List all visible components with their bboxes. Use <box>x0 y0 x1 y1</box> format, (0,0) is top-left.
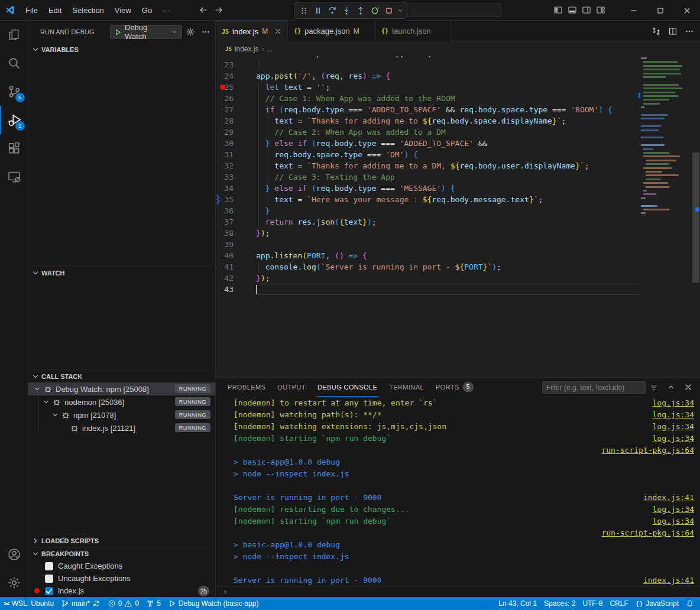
split-editor-icon[interactable] <box>668 27 678 36</box>
call-stack-row[interactable]: nodemon [25036]RUNNING <box>28 395 215 408</box>
call-stack-row[interactable]: npm [21078]RUNNING <box>28 408 215 421</box>
code-line-35[interactable]: 35 text = `Here was your message : ${req… <box>216 194 639 205</box>
breakpoint-row[interactable]: index.js25 <box>28 585 215 597</box>
menu-file[interactable]: File <box>20 4 43 17</box>
eol-item[interactable]: CRLF <box>606 597 631 610</box>
code-line-25[interactable]: 25 let text = ''; <box>216 82 639 93</box>
source-link[interactable]: log.js:34 <box>653 397 694 409</box>
code-line-34[interactable]: 34 } else if (req.body.type === 'MESSAGE… <box>216 183 639 194</box>
source-link[interactable]: index.js:41 <box>643 575 694 586</box>
remote-indicator[interactable]: >< WSL: Ubuntu <box>0 597 57 610</box>
explorer-icon[interactable] <box>0 21 28 49</box>
code-line-36[interactable]: 36 } <box>216 205 639 216</box>
source-link[interactable]: log.js:34 <box>653 409 694 421</box>
console-filter-input[interactable] <box>542 381 646 394</box>
code-line-39[interactable]: 39 <box>216 239 639 250</box>
call-stack-section-header[interactable]: CALL STACK <box>28 369 215 382</box>
debug-console-output[interactable]: [nodemon] to restart at any time, enter … <box>216 397 700 586</box>
panel-tab-terminal[interactable]: TERMINAL <box>388 378 425 397</box>
code-line-30[interactable]: 30 } else if (req.body.type === 'ADDED_T… <box>216 138 639 149</box>
encoding-item[interactable]: UTF-8 <box>579 597 606 610</box>
call-stack-row[interactable]: index.js [21121]RUNNING <box>28 421 215 434</box>
panel-tab-problems[interactable]: PROBLEMS <box>226 378 267 397</box>
stop-icon[interactable] <box>383 4 396 17</box>
settings-gear-icon[interactable] <box>0 569 28 597</box>
customize-layout-icon[interactable] <box>596 5 605 15</box>
code-line-41[interactable]: 41 console.log(`Server is running in por… <box>216 261 639 272</box>
chevron-down-icon[interactable] <box>51 410 59 420</box>
breakpoints-section-header[interactable]: BREAKPOINTS <box>28 547 215 560</box>
step-over-icon[interactable] <box>326 4 339 17</box>
code-line-27[interactable]: 27 if (req.body.type === 'ADDED_TO_SPACE… <box>216 104 639 115</box>
menu-selection[interactable]: Selection <box>67 4 109 17</box>
tab-index.js[interactable]: JSindex.jsM <box>216 21 288 41</box>
tab-package.json[interactable]: {}package.jsonM <box>288 21 375 41</box>
code-line-37[interactable]: 37 return res.json({text}); <box>216 216 639 228</box>
menu-edit[interactable]: Edit <box>43 4 67 17</box>
code-line-23[interactable]: 23 <box>216 59 639 70</box>
restart-icon[interactable] <box>368 4 381 17</box>
maximize-panel-icon[interactable] <box>666 382 676 392</box>
breakpoint-row[interactable]: Caught Exceptions <box>28 560 215 572</box>
menu-more[interactable]: ··· <box>157 4 176 17</box>
code-line-26[interactable]: 26 // Case 1: When App was added to the … <box>216 93 639 104</box>
search-icon[interactable] <box>0 49 28 77</box>
code-line-38[interactable]: 38}); <box>216 228 639 239</box>
account-icon[interactable] <box>0 540 28 569</box>
step-out-icon[interactable] <box>354 4 367 17</box>
breakpoint-row[interactable]: Uncaught Exceptions <box>28 572 215 585</box>
problems-item[interactable]: 0 0 <box>104 597 142 610</box>
notifications-bell-item[interactable] <box>682 597 698 610</box>
code-line-42[interactable]: 42}); <box>216 272 639 284</box>
source-link[interactable]: log.js:34 <box>653 504 694 515</box>
variables-section-header[interactable]: VARIABLES <box>28 43 215 56</box>
panel-tab-output[interactable]: OUTPUT <box>276 378 307 397</box>
watch-section-header[interactable]: WATCH <box>28 266 215 279</box>
code-line-29[interactable]: 29 // Case 2: When App was added to a DM <box>216 126 639 138</box>
pause-icon[interactable] <box>312 4 325 17</box>
code-line-43[interactable]: 43 <box>216 284 639 295</box>
menu-go[interactable]: Go <box>137 4 157 17</box>
remote-explorer-icon[interactable] <box>0 163 28 191</box>
step-into-icon[interactable] <box>340 4 353 17</box>
nav-back-icon[interactable] <box>199 5 208 15</box>
breakpoint-checkbox[interactable] <box>45 587 53 595</box>
sidebar-more-icon[interactable] <box>201 27 210 37</box>
source-link[interactable]: log.js:34 <box>653 421 694 433</box>
code-line-32[interactable]: 32 text = `Thanks for adding me to a DM,… <box>216 160 639 171</box>
editor-more-icon[interactable] <box>685 27 694 36</box>
close-panel-icon[interactable] <box>683 382 693 392</box>
code-line-33[interactable]: 33 // Case 3: Texting the App <box>216 171 639 183</box>
breadcrumb[interactable]: JS index.js › ... <box>216 41 700 56</box>
code-line-40[interactable]: 40app.listen(PORT, () => { <box>216 250 639 261</box>
language-mode-item[interactable]: {} JavaScript <box>632 597 682 610</box>
call-stack-row[interactable]: Debug Watch: npm [25008]RUNNING <box>28 382 215 395</box>
source-control-icon[interactable]: 5 <box>0 77 28 106</box>
toggle-panel-icon[interactable] <box>568 5 577 15</box>
code-line-28[interactable]: 28 text = `Thanks for adding me to ${req… <box>216 115 639 126</box>
minimap[interactable] <box>639 56 692 377</box>
cursor-position-item[interactable]: Ln 43, Col 1 <box>495 597 540 610</box>
menu-view[interactable]: View <box>109 4 137 17</box>
chevron-down-icon[interactable] <box>42 397 50 407</box>
code-editor[interactable]: const PORT = process.env.PORT || 9000;23… <box>216 56 700 377</box>
editor-scrollbar[interactable] <box>692 56 700 377</box>
git-branch-item[interactable]: main* <box>57 597 104 610</box>
toggle-sidebar-icon[interactable] <box>553 5 563 15</box>
panel-tab-debug-console[interactable]: DEBUG CONSOLE <box>316 378 378 397</box>
maximize-button[interactable] <box>647 0 673 21</box>
filter-lines-icon[interactable] <box>649 382 659 392</box>
debug-console-input[interactable]: › <box>216 586 700 597</box>
panel-tab-ports[interactable]: PORTS5 <box>435 378 475 397</box>
code-line-24[interactable]: 24app.post('/', (req, res) => { <box>216 70 639 82</box>
debug-config-picker[interactable]: Debug Watch <box>110 25 182 39</box>
stop-dropdown-icon[interactable] <box>397 4 404 17</box>
source-link[interactable]: run-script-pkg.js:64 <box>601 444 694 456</box>
breakpoint-dot[interactable] <box>220 85 225 90</box>
source-link[interactable]: log.js:34 <box>653 433 694 444</box>
code-line-31[interactable]: 31 req.body.space.type === 'DM') { <box>216 149 639 160</box>
nav-forward-icon[interactable] <box>214 5 223 15</box>
close-tab-icon[interactable] <box>274 27 282 36</box>
source-link[interactable]: run-script-pkg.js:64 <box>601 527 694 539</box>
forwarded-ports-item[interactable]: 5 <box>142 597 164 610</box>
